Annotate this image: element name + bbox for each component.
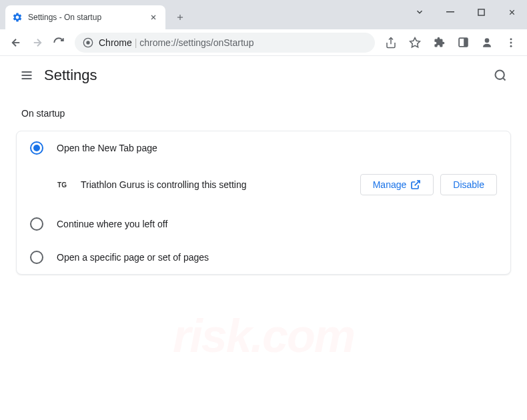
close-icon[interactable] <box>148 12 159 23</box>
option-label: Open the New Tab page <box>57 143 157 153</box>
svg-point-19 <box>510 45 512 47</box>
svg-marker-13 <box>410 37 420 47</box>
disable-button[interactable]: Disable <box>440 174 497 195</box>
svg-point-17 <box>510 38 512 40</box>
svg-point-11 <box>86 41 89 44</box>
svg-point-18 <box>510 41 512 43</box>
radio-unselected[interactable] <box>30 251 43 264</box>
option-continue[interactable]: Continue where you left off <box>17 207 510 241</box>
external-link-icon <box>410 179 421 190</box>
manage-button[interactable]: Manage <box>360 174 434 195</box>
svg-line-25 <box>415 181 420 185</box>
minimize-button[interactable] <box>435 0 466 24</box>
settings-content: Settings On startup Open the New Tab pag… <box>0 56 527 275</box>
svg-line-24 <box>503 78 506 81</box>
svg-rect-4 <box>446 11 454 13</box>
forward-button[interactable] <box>27 32 48 53</box>
search-icon[interactable] <box>487 62 514 89</box>
new-tab-button[interactable] <box>171 8 189 27</box>
address-bar[interactable]: Chrome | chrome://settings/onStartup <box>75 33 375 53</box>
hamburger-icon[interactable] <box>13 62 40 89</box>
extension-icon: TG <box>55 178 69 191</box>
page-title: Settings <box>44 67 97 84</box>
tab-title: Settings - On startup <box>28 13 148 22</box>
maximize-button[interactable] <box>466 0 496 24</box>
option-specific-pages[interactable]: Open a specific page or set of pages <box>17 241 510 274</box>
svg-point-23 <box>496 71 504 79</box>
title-bar: Settings - On startup <box>0 0 527 29</box>
svg-rect-5 <box>478 9 484 15</box>
toolbar: Chrome | chrome://settings/onStartup <box>0 29 527 56</box>
profile-icon[interactable] <box>476 32 498 53</box>
sidepanel-icon[interactable] <box>452 32 474 53</box>
disable-label: Disable <box>453 179 484 190</box>
share-icon[interactable] <box>380 32 402 53</box>
radio-unselected[interactable] <box>30 217 43 231</box>
manage-label: Manage <box>373 179 407 190</box>
startup-section: On startup Open the New Tab page TG Tria… <box>0 108 527 275</box>
omnibox-text: Chrome | chrome://settings/onStartup <box>99 37 253 48</box>
bookmark-icon[interactable] <box>404 32 426 53</box>
browser-tab[interactable]: Settings - On startup <box>5 5 165 29</box>
extension-buttons: Manage Disable <box>360 174 497 195</box>
close-window-button[interactable] <box>496 0 527 24</box>
gear-icon <box>12 12 23 23</box>
extension-message: Triathlon Gurus is controlling this sett… <box>81 179 360 190</box>
svg-point-16 <box>485 38 490 43</box>
extension-notice: TG Triathlon Gurus is controlling this s… <box>17 165 510 207</box>
extensions-icon[interactable] <box>428 32 450 53</box>
option-label: Open a specific page or set of pages <box>57 252 209 263</box>
settings-header: Settings <box>0 56 527 95</box>
section-title: On startup <box>21 108 511 119</box>
toolbar-actions <box>380 32 522 53</box>
svg-rect-15 <box>464 38 468 47</box>
chrome-icon <box>83 37 93 48</box>
options-card: Open the New Tab page TG Triathlon Gurus… <box>16 131 511 275</box>
option-new-tab[interactable]: Open the New Tab page <box>17 131 510 165</box>
menu-icon[interactable] <box>500 32 522 53</box>
radio-selected[interactable] <box>30 141 43 155</box>
reload-button[interactable] <box>48 32 69 53</box>
window-controls <box>404 0 527 24</box>
back-button[interactable] <box>5 32 27 53</box>
watermark-sub: risk.com <box>173 309 354 363</box>
chevron-down-icon[interactable] <box>404 0 435 24</box>
option-label: Continue where you left off <box>57 219 167 229</box>
